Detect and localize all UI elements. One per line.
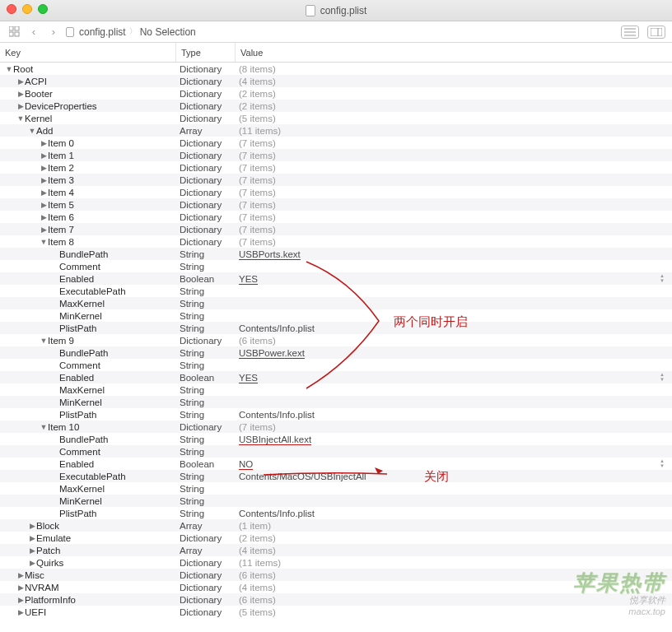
- chevron-down-icon[interactable]: ▼: [28, 127, 36, 135]
- chevron-down-icon[interactable]: ▼: [5, 65, 13, 73]
- cell-type[interactable]: String: [176, 472, 236, 481]
- cell-key[interactable]: ▼Item 10: [0, 422, 176, 432]
- cell-key[interactable]: ▶UEFI: [0, 607, 176, 617]
- table-row[interactable]: ▼AddArray(11 items): [0, 124, 672, 137]
- cell-key[interactable]: ▼Item 8: [0, 237, 176, 247]
- cell-type[interactable]: String: [176, 496, 236, 506]
- cell-type[interactable]: Dictionary: [176, 422, 236, 432]
- table-row[interactable]: PlistPathStringContents/Info.plist: [0, 507, 672, 519]
- cell-type[interactable]: Array: [176, 126, 236, 136]
- cell-type[interactable]: Dictionary: [176, 212, 236, 222]
- cell-value[interactable]: YES: [236, 373, 672, 383]
- chevron-right-icon[interactable]: ▶: [40, 188, 48, 197]
- cell-type[interactable]: Dictionary: [176, 77, 236, 86]
- chevron-down-icon[interactable]: ▼: [40, 238, 48, 246]
- cell-key[interactable]: ▶Emulate: [0, 533, 176, 543]
- cell-value[interactable]: USBInjectAll.kext: [236, 434, 672, 444]
- back-button[interactable]: ‹: [26, 25, 41, 40]
- cell-key[interactable]: ExecutablePath: [0, 286, 176, 296]
- chevron-down-icon[interactable]: ▼: [40, 423, 48, 431]
- chevron-right-icon[interactable]: ▶: [28, 546, 36, 555]
- breadcrumb[interactable]: config.plist 〉 No Selection: [79, 26, 196, 38]
- grid-view-icon[interactable]: [7, 25, 21, 40]
- table-row[interactable]: ▼Item 9Dictionary(6 items): [0, 334, 672, 346]
- cell-key[interactable]: PlistPath: [0, 509, 176, 518]
- cell-key[interactable]: ▶Item 0: [0, 138, 176, 148]
- cell-key[interactable]: MaxKernel: [0, 385, 176, 395]
- cell-key[interactable]: ▼Kernel: [0, 114, 176, 123]
- cell-type[interactable]: Dictionary: [176, 558, 236, 568]
- chevron-right-icon[interactable]: ▶: [16, 102, 25, 110]
- cell-key[interactable]: MinKernel: [0, 496, 176, 506]
- cell-key[interactable]: ▶Item 7: [0, 225, 176, 235]
- table-row[interactable]: BundlePathStringUSBInjectAll.kext: [0, 433, 672, 445]
- minimize-icon[interactable]: [22, 4, 32, 14]
- cell-key[interactable]: ▶Booter: [0, 89, 176, 99]
- cell-type[interactable]: Dictionary: [176, 595, 236, 605]
- cell-type[interactable]: String: [176, 447, 236, 457]
- close-icon[interactable]: [7, 4, 16, 14]
- column-key[interactable]: Key: [0, 43, 176, 62]
- cell-value[interactable]: YES: [236, 274, 672, 284]
- table-row[interactable]: ▶NVRAMDictionary(4 items): [0, 581, 672, 593]
- cell-type[interactable]: Dictionary: [176, 163, 236, 173]
- cell-type[interactable]: Dictionary: [176, 607, 236, 617]
- cell-key[interactable]: PlistPath: [0, 410, 176, 420]
- cell-type[interactable]: String: [176, 299, 236, 309]
- cell-value[interactable]: NO: [236, 459, 672, 469]
- cell-type[interactable]: Dictionary: [176, 151, 236, 160]
- table-row[interactable]: ▶Item 0Dictionary(7 items): [0, 137, 672, 149]
- forward-button[interactable]: ›: [46, 25, 61, 40]
- table-row[interactable]: CommentString: [0, 260, 672, 272]
- value-stepper[interactable]: ▲▼: [657, 458, 667, 469]
- cell-key[interactable]: Comment: [0, 447, 176, 457]
- chevron-right-icon[interactable]: ▶: [16, 90, 25, 98]
- table-row[interactable]: ▶Item 4Dictionary(7 items): [0, 186, 672, 198]
- cell-key[interactable]: ▶Item 4: [0, 188, 176, 198]
- table-row[interactable]: ▶EmulateDictionary(2 items): [0, 532, 672, 544]
- cell-key[interactable]: ▶ACPI: [0, 77, 176, 86]
- cell-type[interactable]: Dictionary: [176, 237, 236, 247]
- cell-key[interactable]: ▶Item 6: [0, 212, 176, 222]
- table-row[interactable]: MinKernelString: [0, 396, 672, 408]
- cell-key[interactable]: ▶DeviceProperties: [0, 101, 176, 111]
- table-row[interactable]: ▶Item 2Dictionary(7 items): [0, 161, 672, 174]
- chevron-right-icon[interactable]: ▶: [40, 225, 48, 234]
- cell-key[interactable]: BundlePath: [0, 348, 176, 358]
- cell-type[interactable]: Dictionary: [176, 101, 236, 111]
- cell-key[interactable]: ▶NVRAM: [0, 583, 176, 592]
- cell-type[interactable]: String: [176, 348, 236, 358]
- table-row[interactable]: ▶DevicePropertiesDictionary(2 items): [0, 100, 672, 112]
- sidebar-toggle-icon[interactable]: [647, 26, 665, 39]
- cell-type[interactable]: Dictionary: [176, 570, 236, 580]
- cell-value[interactable]: Contents/Info.plist: [236, 509, 672, 518]
- chevron-right-icon[interactable]: ▶: [40, 151, 48, 160]
- cell-type[interactable]: Boolean: [176, 459, 236, 469]
- table-row[interactable]: ExecutablePathString: [0, 285, 672, 297]
- cell-key[interactable]: ▼Root: [0, 64, 176, 74]
- cell-key[interactable]: ▶Block: [0, 521, 176, 531]
- table-row[interactable]: CommentString: [0, 359, 672, 371]
- table-row[interactable]: ▶ACPIDictionary(4 items): [0, 75, 672, 87]
- cell-key[interactable]: ▶Item 5: [0, 200, 176, 210]
- cell-key[interactable]: ▼Add: [0, 126, 176, 136]
- table-row[interactable]: EnabledBooleanYES▲▼: [0, 272, 672, 285]
- cell-key[interactable]: Comment: [0, 360, 176, 370]
- table-row[interactable]: ▶PlatformInfoDictionary(6 items): [0, 593, 672, 606]
- table-row[interactable]: CommentString: [0, 445, 672, 458]
- cell-type[interactable]: String: [176, 323, 236, 333]
- cell-value[interactable]: USBPower.kext: [236, 348, 672, 358]
- cell-type[interactable]: String: [176, 249, 236, 259]
- chevron-right-icon[interactable]: ▶: [28, 522, 36, 530]
- table-row[interactable]: ▶MiscDictionary(6 items): [0, 569, 672, 581]
- cell-key[interactable]: MinKernel: [0, 397, 176, 407]
- table-row[interactable]: ▼KernelDictionary(5 items): [0, 112, 672, 124]
- chevron-right-icon[interactable]: ▶: [28, 534, 36, 542]
- cell-key[interactable]: MaxKernel: [0, 299, 176, 309]
- chevron-right-icon[interactable]: ▶: [40, 176, 48, 184]
- cell-key[interactable]: Enabled: [0, 274, 176, 284]
- table-row[interactable]: ▼Item 8Dictionary(7 items): [0, 235, 672, 248]
- table-row[interactable]: ▶Item 5Dictionary(7 items): [0, 198, 672, 211]
- cell-key[interactable]: ▶PlatformInfo: [0, 595, 176, 605]
- cell-value[interactable]: USBPorts.kext: [236, 249, 672, 259]
